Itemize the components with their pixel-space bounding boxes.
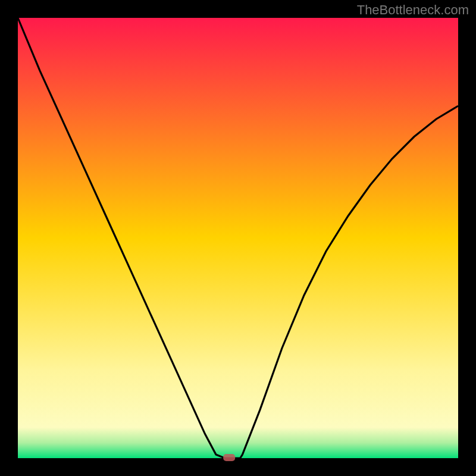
watermark-text: TheBottleneck.com xyxy=(357,2,469,18)
plot-area xyxy=(18,18,458,458)
bottleneck-chart: TheBottleneck.com xyxy=(0,0,476,476)
chart-svg xyxy=(0,0,476,476)
marker-point xyxy=(223,454,235,461)
